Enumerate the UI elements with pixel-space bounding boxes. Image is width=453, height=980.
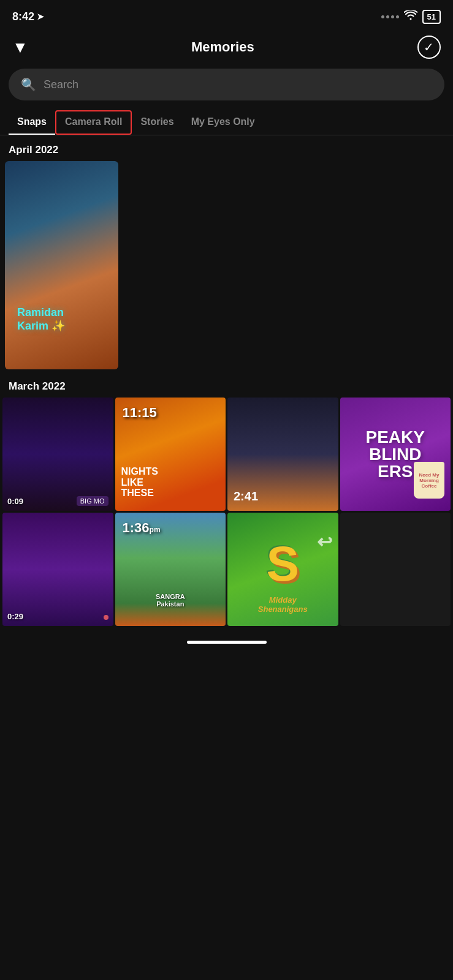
battery-indicator: 51 [422, 10, 441, 24]
list-item[interactable]: 2:41 [227, 398, 338, 511]
page-title: Memories [191, 39, 254, 55]
list-item[interactable]: PEAKYBLINDERS Need MyMorningCoffee [340, 398, 451, 511]
video-duration: 0:29 [7, 612, 23, 621]
march-2022-grid-row2: 0:29 1:36pm SANGRAPakistan S ↩ MiddayShe… [0, 513, 453, 626]
memories-header: ▼ Memories ✓ [0, 31, 453, 69]
tab-snaps[interactable]: Snaps [9, 110, 55, 135]
arrow-icon: ↩ [317, 531, 332, 552]
battery-level: 51 [427, 12, 436, 21]
snap-time: 11:15 [123, 405, 157, 421]
march-2022-header: March 2022 [0, 372, 453, 398]
coffee-cup-icon: Need MyMorningCoffee [414, 462, 444, 499]
image-overlay-text: MiddayShenanigans [227, 595, 338, 614]
timestamp-badge: BIG MO [77, 496, 108, 506]
list-item[interactable]: 0:09 BIG MO [2, 398, 113, 511]
notification-dot [104, 615, 108, 620]
home-indicator [0, 632, 453, 649]
list-item [340, 513, 451, 626]
snap-time: 1:36pm [123, 520, 161, 536]
march-2022-grid: 0:09 BIG MO 11:15 NightsLikeTHESE 2:41 P… [0, 398, 453, 511]
check-button[interactable]: ✓ [417, 36, 441, 59]
tab-stories[interactable]: Stories [132, 110, 182, 135]
search-bar[interactable]: 🔍 Search [9, 69, 444, 100]
wifi-icon [404, 10, 417, 23]
image-overlay-text: RamidanKarim ✨ [17, 306, 65, 333]
video-duration: 0:09 [7, 497, 23, 506]
location-arrow-icon: ➤ [37, 12, 44, 21]
search-input[interactable]: Search [44, 78, 78, 91]
april-2022-header: April 2022 [0, 135, 453, 161]
home-bar [187, 641, 267, 644]
status-time: 8:42 ➤ [12, 10, 44, 23]
back-chevron-button[interactable]: ▼ [12, 38, 28, 57]
tab-camera-roll[interactable]: Camera Roll [55, 110, 132, 135]
tab-bar: Snaps Camera Roll Stories My Eyes Only [0, 110, 453, 135]
checkmark-icon: ✓ [424, 40, 434, 55]
status-bar: 8:42 ➤ 51 [0, 0, 453, 31]
list-item[interactable]: 0:29 [2, 513, 113, 626]
list-item[interactable]: 1:36pm SANGRAPakistan [115, 513, 226, 626]
signal-icon [381, 15, 399, 18]
list-item[interactable]: RamidanKarim ✨ [5, 161, 118, 369]
location-text: SANGRAPakistan [115, 593, 226, 608]
tab-my-eyes-only[interactable]: My Eyes Only [183, 110, 264, 135]
time-display: 8:42 [12, 10, 34, 23]
april-grid: RamidanKarim ✨ [0, 161, 453, 369]
search-icon: 🔍 [21, 77, 36, 92]
image-overlay-text: NightsLikeTHESE [121, 466, 158, 499]
list-item[interactable]: S ↩ MiddayShenanigans [227, 513, 338, 626]
snap-time: 2:41 [234, 489, 258, 503]
snapchat-logo: S [267, 535, 299, 592]
list-item[interactable]: 11:15 NightsLikeTHESE [115, 398, 226, 511]
status-right: 51 [381, 10, 441, 24]
